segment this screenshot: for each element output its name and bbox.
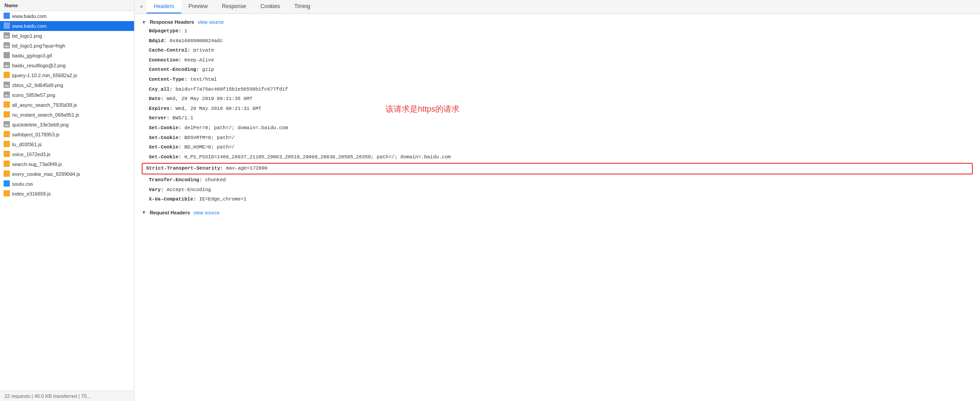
- svg-rect-20: [4, 151, 10, 157]
- file-name: zbios_x2_9d645d9.png: [12, 83, 63, 88]
- tab-response[interactable]: Response: [215, 0, 253, 13]
- header-key: Expires:: [149, 105, 173, 113]
- file-list-item[interactable]: bd_logo1.png: [0, 31, 134, 41]
- view-source-link[interactable]: view source: [198, 19, 224, 25]
- svg-rect-7: [4, 62, 10, 68]
- file-list-item[interactable]: index_e316659.js: [0, 189, 134, 199]
- header-key: Server:: [149, 114, 169, 122]
- header-value: IE=Edge,chrome=1: [196, 196, 247, 204]
- header-value: H_PS_PSSID=1466_28937_21105_29063_28518_…: [182, 153, 451, 161]
- file-name: search-sug_73a0f48.js: [12, 161, 62, 167]
- header-value: private: [190, 47, 214, 55]
- file-name: index_e316659.js: [12, 191, 51, 196]
- header-value: BWS/1.1: [169, 114, 193, 122]
- file-list-item[interactable]: tu_d03f361.js: [0, 139, 134, 149]
- header-key: Cache-Control:: [149, 47, 190, 55]
- header-value: chunked: [202, 176, 226, 184]
- triangle-icon-2: ▼: [142, 210, 146, 215]
- svg-rect-6: [4, 52, 10, 58]
- header-row: Expires: Wed, 29 May 2019 08:21:31 GMT: [142, 104, 973, 114]
- request-headers-section: ▼ Request Headers view source: [134, 208, 980, 217]
- file-list-item[interactable]: baidu_jgylogo3.gif: [0, 51, 134, 61]
- header-key: Transfer-Encoding:: [149, 176, 202, 184]
- file-name: bd_logo1.png: [12, 33, 42, 39]
- header-key: Vary:: [149, 186, 164, 194]
- svg-rect-14: [4, 101, 10, 108]
- header-value: text/html: [187, 76, 217, 84]
- file-list-item[interactable]: www.baidu.com: [0, 11, 134, 21]
- header-value: delPer=0; path=/; domain=.baidu.com: [182, 124, 288, 132]
- header-row: Date: Wed, 29 May 2019 08:21:35 GMT: [142, 94, 973, 104]
- header-key: Content-Encoding:: [149, 66, 199, 74]
- header-row: Content-Type: text/html: [142, 75, 973, 85]
- file-type-icon: [4, 161, 10, 168]
- file-name: swfobject_0178953.js: [12, 132, 60, 137]
- header-key: Cxy_all:: [149, 86, 173, 94]
- file-list-item[interactable]: search-sug_73a0f48.js: [0, 159, 134, 169]
- header-key: Date:: [149, 95, 164, 103]
- svg-rect-12: [4, 92, 10, 98]
- svg-rect-19: [4, 141, 10, 147]
- file-type-icon: [4, 141, 10, 148]
- svg-rect-15: [4, 111, 10, 118]
- file-type-icon: [4, 121, 10, 128]
- request-view-source-link[interactable]: view source: [194, 210, 220, 215]
- file-type-icon: [4, 13, 10, 20]
- tabs-bar: × HeadersPreviewResponseCookiesTiming: [134, 0, 980, 14]
- svg-rect-2: [4, 32, 10, 39]
- header-key: Set-Cookie:: [149, 124, 182, 132]
- header-row: Content-Encoding: gzip: [142, 65, 973, 75]
- header-row: Set-Cookie: H_PS_PSSID=1466_28937_21105_…: [142, 153, 973, 162]
- file-list-item[interactable]: baidu_resultlogo@2.png: [0, 61, 134, 70]
- file-type-icon: [4, 82, 10, 89]
- header-key: Connection:: [149, 57, 182, 65]
- file-type-icon: [4, 92, 10, 99]
- header-key: Strict-Transport-Security:: [146, 165, 223, 173]
- file-list-item[interactable]: bd_logo1.png?qua=high: [0, 41, 134, 51]
- tab-cookies[interactable]: Cookies: [253, 0, 287, 13]
- file-list-item[interactable]: quickdelete_33e3eb8.png: [0, 120, 134, 130]
- tab-timing[interactable]: Timing: [287, 0, 317, 13]
- file-type-icon: [4, 131, 10, 138]
- header-value: gzip: [199, 66, 214, 74]
- response-header-rows: Bdpagetype: 1Bdqid: 0x8a16869000024adcCa…: [134, 26, 980, 205]
- tab-headers[interactable]: Headers: [147, 0, 181, 13]
- right-panel: × HeadersPreviewResponseCookiesTiming ▼ …: [134, 0, 980, 401]
- left-panel: Name www.baidu.comwww.baidu.combd_logo1.…: [0, 0, 134, 401]
- file-list-item[interactable]: voice_1672ed3.js: [0, 149, 134, 159]
- file-name: every_cookie_mac_82990d4.js: [12, 171, 80, 177]
- tab-preview[interactable]: Preview: [181, 0, 215, 13]
- file-list-item[interactable]: swfobject_0178953.js: [0, 130, 134, 139]
- header-row: Set-Cookie: delPer=0; path=/; domain=.ba…: [142, 123, 973, 133]
- header-value: Wed, 29 May 2019 08:21:35 GMT: [164, 95, 252, 103]
- header-key: Bdqid:: [149, 37, 167, 45]
- file-list-item[interactable]: jquery-1.10.2.min_65682a2.js: [0, 70, 134, 80]
- file-type-icon: [4, 72, 10, 79]
- header-key: X-Ua-Compatible:: [149, 196, 196, 204]
- file-name: jquery-1.10.2.min_65682a2.js: [12, 73, 77, 78]
- file-list-item[interactable]: icons_5859e57.png: [0, 90, 134, 100]
- svg-rect-1: [4, 22, 10, 29]
- file-list-item[interactable]: www.baidu.com: [0, 21, 134, 31]
- header-value: BD_HOME=0; path=/: [182, 144, 235, 152]
- file-type-icon: [4, 101, 10, 109]
- file-type-icon: [4, 62, 10, 69]
- file-list-item[interactable]: every_cookie_mac_82990d4.js: [0, 169, 134, 179]
- header-value: 0x8a16869000024adc: [167, 37, 223, 45]
- file-name: www.baidu.com: [12, 13, 47, 19]
- header-value: 1: [182, 27, 187, 35]
- file-list-item[interactable]: all_async_search_7935d39.js: [0, 100, 134, 110]
- file-list-item[interactable]: zbios_x2_9d645d9.png: [0, 80, 134, 90]
- header-key: Set-Cookie:: [149, 153, 182, 161]
- file-name: icons_5859e57.png: [12, 92, 55, 98]
- footer-status: 22 requests | 40.0 KB transferred | 70..…: [0, 391, 134, 401]
- header-row: Set-Cookie: BD_HOME=0; path=/: [142, 143, 973, 153]
- header-value: Wed, 29 May 2019 08:21:31 GMT: [173, 105, 261, 113]
- tab-close-button[interactable]: ×: [136, 1, 147, 13]
- svg-rect-9: [4, 72, 10, 78]
- svg-rect-16: [4, 121, 10, 127]
- file-list-item[interactable]: soutu.css: [0, 179, 134, 189]
- file-type-icon: [4, 42, 10, 49]
- file-list-item[interactable]: nu_instant_search_068a951.js: [0, 110, 134, 120]
- header-row: Cxy_all: baidu+f7a75ac460f15b1e56550b1fc…: [142, 85, 973, 95]
